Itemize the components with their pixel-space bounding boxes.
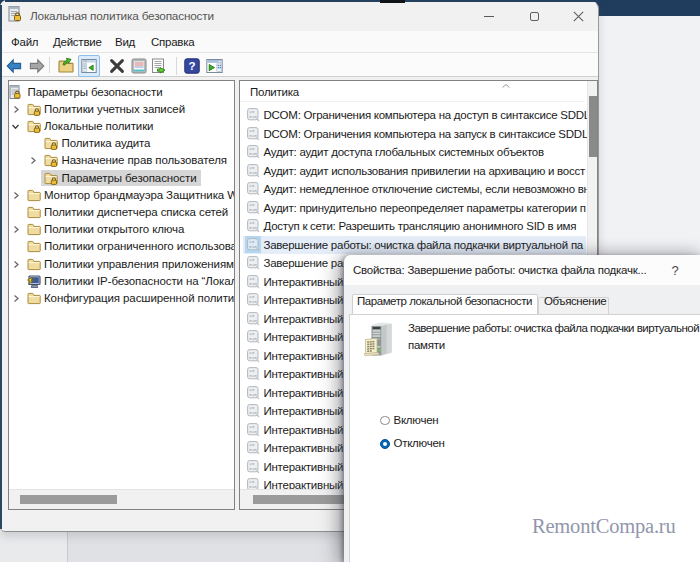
svg-text:010: 010 — [249, 188, 257, 193]
svg-text:010: 010 — [249, 207, 257, 212]
svg-text:010: 010 — [249, 410, 257, 415]
svg-text:010: 010 — [249, 318, 257, 323]
svg-text:010: 010 — [249, 336, 257, 341]
svg-text:010: 010 — [249, 244, 257, 249]
svg-text:010: 010 — [249, 133, 257, 138]
svg-text:010: 010 — [249, 281, 257, 286]
svg-text:010: 010 — [249, 447, 257, 452]
svg-text:010: 010 — [249, 355, 257, 360]
svg-text:010: 010 — [249, 466, 257, 471]
svg-text:010: 010 — [249, 373, 257, 378]
svg-text:010: 010 — [249, 429, 257, 434]
svg-text:010: 010 — [249, 225, 257, 230]
svg-text:010: 010 — [249, 392, 257, 397]
svg-text:010: 010 — [249, 299, 257, 304]
svg-text:010: 010 — [249, 151, 257, 156]
svg-text:?: ? — [188, 60, 195, 72]
svg-text:010: 010 — [249, 170, 257, 175]
svg-text:010: 010 — [249, 114, 257, 119]
svg-text:010: 010 — [249, 262, 257, 267]
